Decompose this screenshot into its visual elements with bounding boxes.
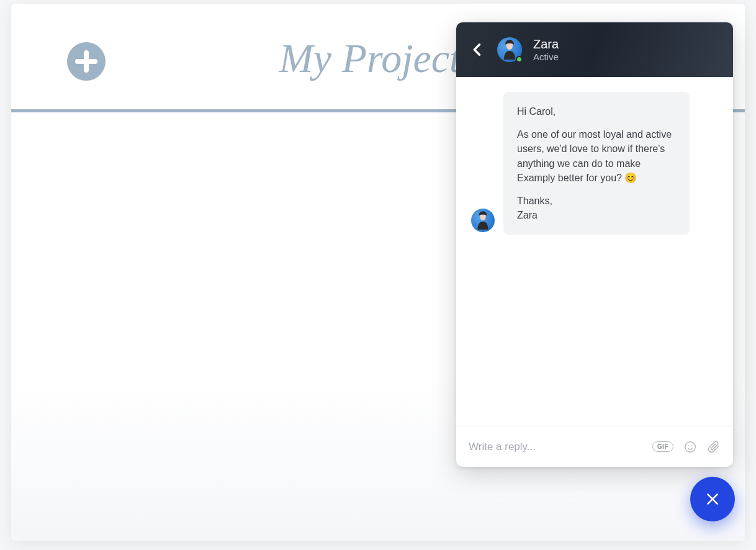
close-icon — [704, 491, 721, 507]
message-row: Hi Carol, As one of our most loyal and a… — [471, 92, 718, 235]
message-greeting: Hi Carol, — [517, 104, 676, 119]
smile-emoji-icon: 😊 — [624, 173, 637, 183]
page-title: My Projects — [279, 35, 477, 82]
chat-footer: GIF — [456, 426, 733, 467]
chat-body: Hi Carol, As one of our most loyal and a… — [456, 77, 733, 426]
attachment-button[interactable] — [707, 440, 721, 454]
emoji-button[interactable] — [683, 440, 697, 454]
plus-icon — [73, 48, 100, 75]
svg-point-2 — [685, 441, 696, 452]
svg-point-4 — [691, 445, 693, 446]
chevron-left-icon — [469, 41, 486, 58]
svg-point-3 — [688, 445, 689, 446]
person-icon — [475, 210, 491, 231]
add-project-button[interactable] — [67, 42, 106, 81]
gif-button[interactable]: GIF — [652, 441, 673, 452]
close-chat-fab[interactable] — [690, 477, 735, 521]
message-body-text: As one of our most loyal and active user… — [517, 129, 672, 183]
agent-status: Active — [533, 52, 559, 62]
message-signature: Zara — [517, 210, 538, 220]
message-signoff-block: Thanks, Zara — [517, 194, 676, 222]
message-body: As one of our most loyal and active user… — [517, 127, 676, 185]
agent-avatar — [497, 37, 522, 62]
svg-rect-1 — [75, 59, 97, 64]
chat-title-block: Zara Active — [533, 37, 559, 62]
status-dot-icon — [516, 56, 523, 63]
chat-header: Zara Active — [456, 22, 733, 77]
footer-icons: GIF — [652, 440, 721, 454]
message-signoff: Thanks, — [517, 196, 552, 206]
chat-widget: Zara Active Hi Carol, As one of our most… — [456, 22, 733, 467]
smile-icon — [683, 440, 697, 454]
back-button[interactable] — [469, 41, 486, 58]
paperclip-icon — [707, 440, 721, 454]
app-surface: My Projects Zara — [11, 4, 745, 541]
agent-name: Zara — [533, 37, 559, 52]
message-bubble: Hi Carol, As one of our most loyal and a… — [503, 92, 690, 235]
message-avatar — [471, 209, 495, 232]
reply-input[interactable] — [469, 441, 645, 453]
